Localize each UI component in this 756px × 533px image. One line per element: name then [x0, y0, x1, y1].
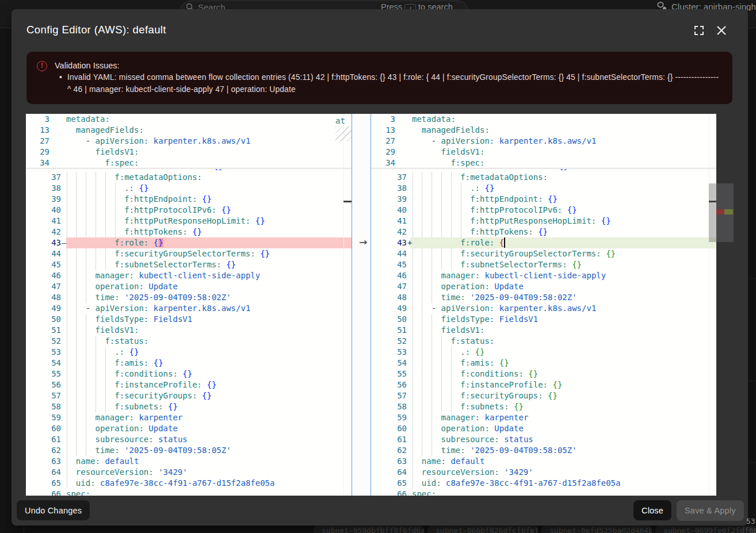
screen: Search Press/to search Cluster: anirban-… [0, 0, 756, 533]
indent-guide [432, 194, 432, 205]
validation-message-line1: Invalid YAML: missed comma between flow … [67, 73, 719, 82]
indent-guide [451, 183, 452, 194]
indent-guide [432, 369, 432, 379]
indent-guide [413, 401, 413, 412]
indent-guide [432, 347, 432, 358]
indent-guide [451, 216, 452, 227]
code-line[interactable]: 38.: {} [26, 183, 716, 194]
code-line[interactable]: 57f:securityGroups: {} [26, 390, 716, 401]
code-line[interactable]: 58f:subnets: {} [26, 401, 716, 412]
code-line[interactable]: 53.: {} [26, 347, 716, 358]
indent-guide [413, 227, 413, 237]
code-line[interactable]: 61subresource: status [26, 434, 716, 445]
indent-guide [422, 281, 422, 292]
indent-guide [432, 281, 432, 292]
indent-guide [413, 379, 413, 390]
inserted-line-highlight [410, 237, 716, 248]
indent-guide [441, 390, 442, 401]
code-line[interactable]: 55f:conditions: {} [26, 369, 716, 379]
indent-guide [441, 183, 442, 194]
sticky-code-line[interactable]: 3metadata: [26, 114, 716, 125]
code-line[interactable]: 51fieldsV1: [26, 325, 716, 336]
table-row-divider [748, 278, 756, 279]
code-line[interactable]: 56f:instanceProfile: {} [26, 379, 716, 390]
indent-guide [422, 292, 422, 303]
revert-change-arrow[interactable]: → [354, 237, 372, 248]
indent-guide [422, 172, 422, 183]
code-line[interactable]: 64resourceVersion: '3429' [26, 467, 716, 478]
indent-guide [441, 216, 442, 227]
indent-guide [451, 259, 452, 270]
code-line[interactable]: 44f:securityGroupSelectorTerms: {} [26, 248, 716, 259]
indent-guide [461, 183, 461, 194]
indent-guide [422, 390, 422, 401]
indent-guide [422, 401, 422, 412]
indent-guide [432, 401, 432, 412]
sticky-code-line[interactable]: 13managedFields: [26, 125, 716, 136]
code-line[interactable]: 48time: '2025-09-04T09:58:02Z' [26, 292, 716, 303]
dialog-title: Config Editor (AWS): default [26, 24, 166, 36]
indent-guide [413, 390, 413, 401]
code-line[interactable]: 54f:amis: {} [26, 358, 716, 369]
indent-guide [422, 434, 422, 445]
indent-guide [422, 412, 422, 423]
indent-guide [413, 467, 413, 478]
yaml-diff-editor[interactable]: 3metadata:13managedFields:27- apiVersion… [26, 114, 716, 496]
subnet-chip: subnet-0699fe0f2fdf66 [655, 526, 756, 533]
indent-guide [432, 445, 432, 456]
indent-guide [441, 401, 442, 412]
indent-guide [413, 358, 413, 369]
indent-guide [413, 183, 413, 194]
code-line[interactable]: 45f:subnetSelectorTerms: {} [26, 259, 716, 270]
close-button[interactable]: Close [633, 500, 671, 520]
indent-guide [413, 423, 413, 434]
indent-guide [432, 216, 432, 227]
code-line[interactable]: 46manager: kubectl-client-side-apply [26, 270, 716, 281]
indent-guide [441, 336, 442, 347]
indent-guide [422, 270, 422, 281]
indent-guide [413, 445, 413, 456]
save-apply-button[interactable]: Save & Apply [677, 500, 744, 521]
text-cursor [504, 237, 505, 248]
overview-ruler-cursor-dash [709, 201, 716, 202]
code-line[interactable]: 41f:httpPutResponseHopLimit: {} [26, 216, 716, 227]
sticky-code-line[interactable]: 29fieldsV1: [26, 147, 716, 158]
sticky-code-line[interactable]: 34f:spec: [26, 158, 716, 168]
code-line[interactable]: 47operation: Update [26, 281, 716, 292]
code-line[interactable]: 65uid: c8afe97e-38cc-4f91-a767-d15f2a8fe… [26, 478, 716, 489]
code-line[interactable]: 37f:metadataOptions: [26, 172, 716, 183]
code-line[interactable]: 49- apiVersion: karpenter.k8s.aws/v1 [26, 303, 716, 314]
indent-guide [451, 205, 452, 216]
undo-changes-button[interactable]: Undo Changes [17, 500, 90, 520]
code-line[interactable]: 62time: '2025-09-04T09:58:05Z' [26, 445, 716, 456]
code-line[interactable]: 50fieldsType: FieldsV1 [26, 314, 716, 325]
code-line[interactable]: 42f:httpTokens: {} [26, 227, 716, 237]
code-line[interactable]: 39f:httpEndpoint: {} [26, 194, 716, 205]
code-line[interactable]: 66spec: [26, 489, 716, 496]
indent-guide [432, 227, 432, 237]
code-line[interactable]: 59manager: karpenter [26, 412, 716, 423]
indent-guide [413, 478, 413, 489]
indent-guide [422, 358, 422, 369]
indent-guide [422, 314, 422, 325]
code-line[interactable]: 52f:status: [26, 336, 716, 347]
indent-guide [432, 172, 432, 183]
sticky-code-line[interactable]: 27- apiVersion: karpenter.k8s.aws/v1 [26, 136, 716, 147]
validation-message-line2: ^ 46 | manager: kubectl-client-side-appl… [67, 85, 296, 94]
indent-guide [451, 401, 452, 412]
close-icon[interactable] [715, 24, 728, 37]
indent-guide [413, 281, 413, 292]
indent-guide [451, 248, 452, 259]
fullscreen-icon[interactable] [692, 24, 706, 37]
code-line[interactable]: 60operation: Update [26, 423, 716, 434]
indent-guide [432, 423, 432, 434]
code-line[interactable]: 40f:httpProtocolIPv6: {} [26, 205, 716, 216]
code-line[interactable]: 63name: default [26, 456, 716, 467]
editor-scrollbar-slider[interactable] [709, 183, 716, 242]
overview-ruler-separator [709, 114, 709, 496]
indent-guide [422, 379, 422, 390]
indent-guide [432, 248, 432, 259]
diff-sash[interactable] [352, 114, 371, 496]
subnet-chip: subnet-066bf826dfcf6fef [427, 526, 538, 533]
table-row-divider [748, 381, 756, 381]
